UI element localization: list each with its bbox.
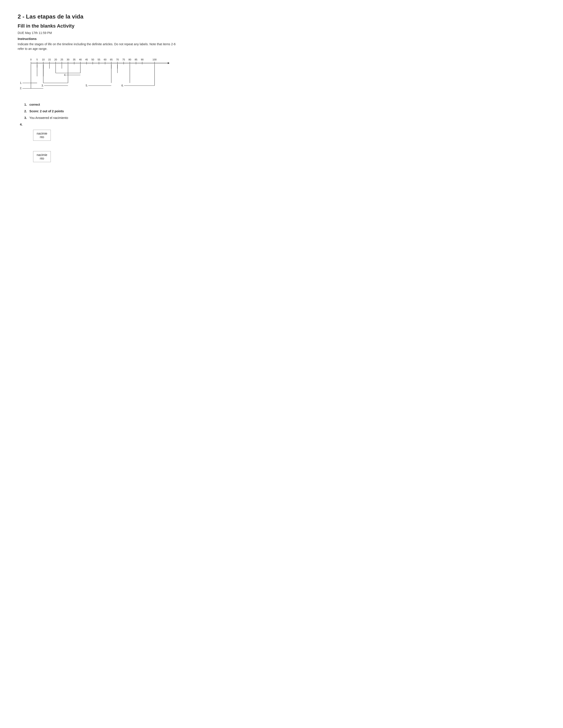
timeline-container: 0 5 10 15 20 25 30 35 40 45 50 55 60 65 … — [18, 56, 172, 96]
svg-text:25: 25 — [60, 58, 63, 61]
feedback-item-2-label: Score: 2 out of 2 points — [29, 109, 64, 113]
svg-text:1.: 1. — [20, 81, 22, 84]
feedback-item-3: 3. You Answered el nacimiento — [24, 116, 181, 120]
feedback-item-3-num: 3. — [24, 116, 27, 120]
svg-text:60: 60 — [104, 58, 106, 61]
svg-text:90: 90 — [141, 58, 143, 61]
svg-text:65: 65 — [110, 58, 113, 61]
svg-marker-1 — [168, 62, 169, 64]
svg-text:15: 15 — [48, 58, 51, 61]
feedback-item-1-label: correct — [29, 103, 40, 106]
word-box-2-line1: nacimie — [37, 153, 47, 157]
svg-text:5: 5 — [36, 58, 38, 61]
feedback-item-2-num: 2. — [24, 109, 27, 113]
svg-text:100: 100 — [152, 58, 156, 61]
svg-text:10: 10 — [42, 58, 45, 61]
svg-text:20: 20 — [54, 58, 57, 61]
svg-text:50: 50 — [91, 58, 94, 61]
feedback-item-3-label: You Answered el nacimiento — [29, 116, 68, 120]
due-date: DUE May 17th 11:59 PM — [18, 31, 181, 35]
svg-text:40: 40 — [79, 58, 82, 61]
svg-text:3.: 3. — [41, 84, 44, 87]
instructions-text: Indicate the stages of life on the timel… — [18, 42, 181, 51]
svg-text:70: 70 — [116, 58, 119, 61]
word-box-1: nacimie nto — [33, 130, 51, 141]
activity-title: Fill in the blanks Activity — [18, 23, 181, 29]
item-4-block: 4. nacimie nto nacimie nto — [20, 123, 181, 169]
svg-text:5.: 5. — [86, 84, 88, 87]
svg-text:30: 30 — [67, 58, 69, 61]
word-box-1-line2: nto — [40, 135, 44, 139]
svg-text:4.: 4. — [64, 73, 66, 77]
feedback-item-1: 1. correct — [24, 103, 181, 106]
svg-text:80: 80 — [128, 58, 131, 61]
feedback-item-2: 2. Score: 2 out of 2 points — [24, 109, 181, 113]
word-box-2: nacimie nto — [33, 151, 51, 162]
word-box-1-line1: nacimie — [37, 132, 47, 135]
feedback-list: 1. correct 2. Score: 2 out of 2 points 3… — [24, 103, 181, 120]
svg-text:0: 0 — [30, 58, 32, 61]
svg-text:2.: 2. — [20, 87, 22, 90]
svg-text:35: 35 — [73, 58, 75, 61]
instructions-label: Instructions — [18, 37, 181, 41]
svg-text:85: 85 — [135, 58, 137, 61]
svg-text:55: 55 — [98, 58, 100, 61]
feedback-item-1-num: 1. — [24, 103, 27, 106]
main-title: 2 - Las etapas de la vida — [18, 13, 181, 20]
word-box-2-line2: nto — [40, 157, 44, 160]
item-4-num: 4. — [20, 123, 181, 126]
svg-text:45: 45 — [85, 58, 88, 61]
svg-text:6.: 6. — [121, 84, 124, 87]
svg-text:75: 75 — [122, 58, 125, 61]
